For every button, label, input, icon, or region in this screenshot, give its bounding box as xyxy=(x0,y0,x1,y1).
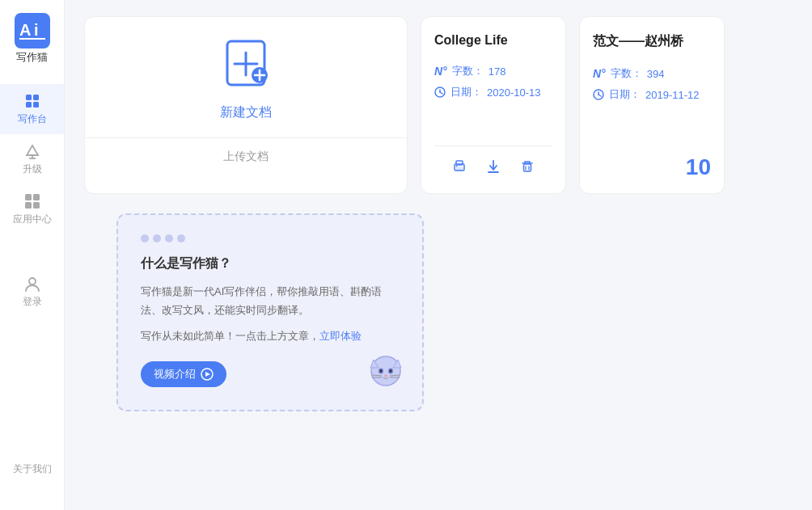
svg-point-28 xyxy=(456,166,458,167)
svg-rect-12 xyxy=(33,194,40,200)
svg-line-24 xyxy=(440,92,442,94)
new-doc-card[interactable]: 新建文档 上传文档 xyxy=(84,16,408,194)
delete-button[interactable] xyxy=(517,156,538,180)
sidebar-item-upgrade-label: 升级 xyxy=(23,162,42,176)
download-icon xyxy=(486,159,501,174)
date-value2: 2019-11-12 xyxy=(645,89,700,101)
sidebar-item-appcenter[interactable]: 应用中心 xyxy=(0,184,64,234)
n-icon: N° xyxy=(434,65,447,78)
mascot-icon xyxy=(366,350,406,390)
college-life-actions xyxy=(434,145,552,180)
n-icon2: N° xyxy=(593,67,606,80)
sidebar-item-login-label: 登录 xyxy=(23,295,42,309)
svg-point-44 xyxy=(380,369,383,373)
zhaozhou-card[interactable]: 范文——赵州桥 N° 字数： 394 日期： 2019-11-12 10 xyxy=(579,16,725,194)
college-life-title: College Life xyxy=(434,33,552,48)
svg-line-36 xyxy=(598,95,601,96)
svg-rect-4 xyxy=(26,95,32,100)
dot4 xyxy=(177,234,185,242)
wordcount-value: 178 xyxy=(488,65,506,78)
svg-point-45 xyxy=(390,369,392,373)
svg-rect-14 xyxy=(33,202,40,209)
cards-row: 新建文档 上传文档 College Life N° 字数： 178 日期： 20… xyxy=(84,16,793,194)
delete-icon xyxy=(520,159,535,174)
btn-label: 视频介绍 xyxy=(154,367,196,381)
svg-rect-27 xyxy=(456,167,463,171)
info-box: 什么是写作猫？ 写作猫是新一代AI写作伴侣，帮你推敲用语、斟酌语法、改写文风，还… xyxy=(116,213,424,411)
login-icon xyxy=(23,275,41,293)
info-box-text2: 写作从未如此简单！一点击上方文章，立即体验 xyxy=(141,327,400,345)
sidebar-item-appcenter-label: 应用中心 xyxy=(13,213,52,226)
info-box-link[interactable]: 立即体验 xyxy=(319,330,362,342)
new-doc-icon xyxy=(218,35,274,95)
main-content: 新建文档 上传文档 College Life N° 字数： 178 日期： 20… xyxy=(65,0,812,510)
dot1 xyxy=(141,234,149,242)
sidebar-item-workspace[interactable]: 写作台 xyxy=(0,84,64,134)
upload-doc-btn[interactable]: 上传文档 xyxy=(85,138,407,175)
sidebar-nav: 写作台 升级 应用中心 xyxy=(0,84,64,454)
sidebar-bottom: 关于我们 xyxy=(0,454,64,497)
date-label2: 日期： xyxy=(609,87,641,102)
svg-point-15 xyxy=(29,278,36,285)
svg-point-46 xyxy=(384,375,387,377)
upgrade-icon xyxy=(23,142,41,160)
svg-rect-13 xyxy=(25,202,32,209)
sidebar-item-upgrade[interactable]: 升级 xyxy=(0,134,64,184)
about-us-link[interactable]: 关于我们 xyxy=(13,454,52,484)
date-value: 2020-10-13 xyxy=(487,86,541,99)
info-box-title: 什么是写作猫？ xyxy=(141,255,400,272)
college-life-date: 日期： 2020-10-13 xyxy=(434,85,552,99)
dot2 xyxy=(153,234,161,242)
print-icon xyxy=(452,159,467,174)
date-label: 日期： xyxy=(450,85,482,99)
svg-text:A: A xyxy=(19,21,31,39)
mascot xyxy=(366,350,406,394)
zhaozhou-date: 日期： 2019-11-12 xyxy=(593,87,711,102)
zhaozhou-badge: 10 xyxy=(593,145,711,180)
svg-marker-8 xyxy=(27,145,38,155)
play-icon xyxy=(201,368,214,381)
wordcount-label2: 字数： xyxy=(611,66,642,81)
workspace-icon xyxy=(23,92,41,110)
sidebar: A i 写作猫 写作台 升级 xyxy=(0,0,65,510)
download-button[interactable] xyxy=(483,156,504,180)
logo[interactable]: A i 写作猫 xyxy=(15,13,50,65)
college-life-card[interactable]: College Life N° 字数： 178 日期： 2020-10-13 xyxy=(421,16,566,194)
svg-rect-5 xyxy=(33,95,39,100)
video-intro-button[interactable]: 视频介绍 xyxy=(141,361,226,387)
svg-rect-11 xyxy=(25,194,32,200)
clock-icon xyxy=(434,86,446,98)
svg-text:i: i xyxy=(34,21,39,39)
sidebar-item-workspace-label: 写作台 xyxy=(18,112,47,126)
wordcount-label: 字数： xyxy=(452,64,484,78)
sidebar-item-login[interactable]: 登录 xyxy=(0,267,64,317)
appcenter-icon xyxy=(23,192,41,210)
zhaozhou-title: 范文——赵州桥 xyxy=(593,33,711,50)
svg-rect-6 xyxy=(26,102,32,107)
svg-rect-31 xyxy=(524,164,531,171)
clock-icon2 xyxy=(593,89,604,100)
print-button[interactable] xyxy=(449,156,470,180)
zhaozhou-wordcount: N° 字数： 394 xyxy=(593,66,711,81)
new-doc-title: 新建文档 xyxy=(220,104,272,121)
info-box-text1: 写作猫是新一代AI写作伴侣，帮你推敲用语、斟酌语法、改写文风，还能实时同步翻译。 xyxy=(141,282,400,320)
app-logo-icon: A i xyxy=(15,13,50,48)
college-life-wordcount: N° 字数： 178 xyxy=(434,64,552,78)
wordcount-value2: 394 xyxy=(647,68,665,80)
dot3 xyxy=(165,234,173,242)
svg-point-39 xyxy=(371,356,400,386)
info-box-dots xyxy=(141,234,400,242)
app-name: 写作猫 xyxy=(16,50,48,65)
svg-rect-7 xyxy=(33,102,39,107)
svg-rect-26 xyxy=(456,161,463,165)
svg-marker-38 xyxy=(205,372,210,377)
